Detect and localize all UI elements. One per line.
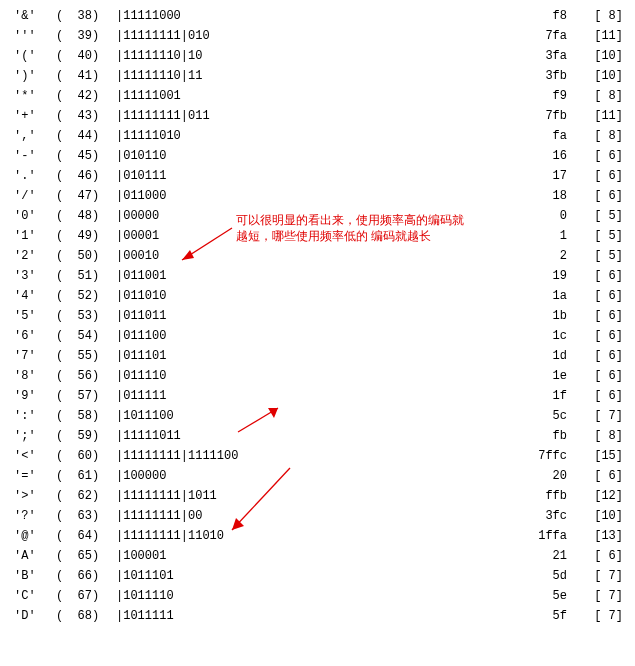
cell-bits: |00010 xyxy=(116,246,507,266)
table-row: '/'( 47)|01100018[ 6] xyxy=(14,186,623,206)
cell-bits: |011001 xyxy=(116,266,507,286)
cell-len: [12] xyxy=(567,486,623,506)
cell-hex: 3fb xyxy=(507,66,567,86)
cell-len: [ 6] xyxy=(567,306,623,326)
table-row: '&'( 38)|11111000f8[ 8] xyxy=(14,6,623,26)
table-row: 'A'( 65)|10000121[ 6] xyxy=(14,546,623,566)
code-table: '&'( 38)|11111000f8[ 8]'''( 39)|11111111… xyxy=(14,0,623,626)
cell-len: [ 5] xyxy=(567,206,623,226)
table-row: '('( 40)|11111110|103fa[10] xyxy=(14,46,623,66)
table-row: '7'( 55)|0111011d[ 6] xyxy=(14,346,623,366)
cell-dec: ( 57) xyxy=(56,386,116,406)
cell-char: '4' xyxy=(14,286,56,306)
cell-dec: ( 67) xyxy=(56,586,116,606)
cell-dec: ( 56) xyxy=(56,366,116,386)
cell-len: [10] xyxy=(567,506,623,526)
cell-len: [15] xyxy=(567,446,623,466)
cell-hex: 2 xyxy=(507,246,567,266)
cell-char: '0' xyxy=(14,206,56,226)
cell-len: [ 6] xyxy=(567,366,623,386)
cell-hex: 5e xyxy=(507,586,567,606)
cell-bits: |11111111|010 xyxy=(116,26,507,46)
cell-char: '5' xyxy=(14,306,56,326)
cell-dec: ( 62) xyxy=(56,486,116,506)
cell-bits: |11111111|1011 xyxy=(116,486,507,506)
page: '&'( 38)|11111000f8[ 8]'''( 39)|11111111… xyxy=(0,0,635,666)
cell-bits: |11111110|10 xyxy=(116,46,507,66)
table-row: '='( 61)|10000020[ 6] xyxy=(14,466,623,486)
cell-hex: 1f xyxy=(507,386,567,406)
cell-dec: ( 65) xyxy=(56,546,116,566)
cell-bits: |11111111|00 xyxy=(116,506,507,526)
cell-len: [ 7] xyxy=(567,606,623,626)
table-row: 'C'( 67)|10111105e[ 7] xyxy=(14,586,623,606)
cell-bits: |1011100 xyxy=(116,406,507,426)
table-row: '5'( 53)|0110111b[ 6] xyxy=(14,306,623,326)
cell-len: [ 6] xyxy=(567,346,623,366)
cell-len: [ 8] xyxy=(567,86,623,106)
cell-char: '/' xyxy=(14,186,56,206)
cell-len: [ 8] xyxy=(567,426,623,446)
cell-bits: |010111 xyxy=(116,166,507,186)
cell-char: '+' xyxy=(14,106,56,126)
cell-char: '@' xyxy=(14,526,56,546)
table-row: '8'( 56)|0111101e[ 6] xyxy=(14,366,623,386)
cell-hex: 7fb xyxy=(507,106,567,126)
cell-hex: f8 xyxy=(507,6,567,26)
cell-dec: ( 50) xyxy=(56,246,116,266)
cell-hex: 20 xyxy=(507,466,567,486)
table-row: '3'( 51)|01100119[ 6] xyxy=(14,266,623,286)
cell-char: '.' xyxy=(14,166,56,186)
cell-dec: ( 53) xyxy=(56,306,116,326)
table-row: '4'( 52)|0110101a[ 6] xyxy=(14,286,623,306)
table-row: ')'( 41)|11111110|113fb[10] xyxy=(14,66,623,86)
cell-hex: 21 xyxy=(507,546,567,566)
cell-len: [11] xyxy=(567,106,623,126)
cell-hex: ffb xyxy=(507,486,567,506)
cell-dec: ( 68) xyxy=(56,606,116,626)
cell-dec: ( 64) xyxy=(56,526,116,546)
cell-hex: 7ffc xyxy=(507,446,567,466)
table-row: '<'( 60)|11111111|11111007ffc[15] xyxy=(14,446,623,466)
cell-bits: |1011110 xyxy=(116,586,507,606)
cell-bits: |11111001 xyxy=(116,86,507,106)
cell-char: ';' xyxy=(14,426,56,446)
cell-dec: ( 45) xyxy=(56,146,116,166)
cell-hex: 18 xyxy=(507,186,567,206)
cell-dec: ( 40) xyxy=(56,46,116,66)
cell-dec: ( 46) xyxy=(56,166,116,186)
table-row: 'D'( 68)|10111115f[ 7] xyxy=(14,606,623,626)
cell-len: [ 7] xyxy=(567,566,623,586)
cell-len: [10] xyxy=(567,46,623,66)
cell-len: [ 6] xyxy=(567,286,623,306)
cell-bits: |1011111 xyxy=(116,606,507,626)
cell-hex: f9 xyxy=(507,86,567,106)
cell-bits: |1011101 xyxy=(116,566,507,586)
cell-dec: ( 51) xyxy=(56,266,116,286)
cell-dec: ( 61) xyxy=(56,466,116,486)
cell-hex: 16 xyxy=(507,146,567,166)
table-row: ':'( 58)|10111005c[ 7] xyxy=(14,406,623,426)
cell-char: '>' xyxy=(14,486,56,506)
cell-hex: 1a xyxy=(507,286,567,306)
table-row: '?'( 63)|11111111|003fc[10] xyxy=(14,506,623,526)
cell-bits: |011111 xyxy=(116,386,507,406)
cell-hex: fa xyxy=(507,126,567,146)
cell-dec: ( 63) xyxy=(56,506,116,526)
cell-len: [ 6] xyxy=(567,546,623,566)
cell-char: '8' xyxy=(14,366,56,386)
cell-hex: 1ffa xyxy=(507,526,567,546)
cell-char: '7' xyxy=(14,346,56,366)
cell-char: ''' xyxy=(14,26,56,46)
cell-len: [ 6] xyxy=(567,386,623,406)
cell-char: '2' xyxy=(14,246,56,266)
cell-char: '?' xyxy=(14,506,56,526)
cell-hex: 1c xyxy=(507,326,567,346)
cell-dec: ( 66) xyxy=(56,566,116,586)
cell-dec: ( 48) xyxy=(56,206,116,226)
cell-len: [ 8] xyxy=(567,6,623,26)
table-row: 'B'( 66)|10111015d[ 7] xyxy=(14,566,623,586)
cell-bits: |010110 xyxy=(116,146,507,166)
cell-char: '-' xyxy=(14,146,56,166)
cell-len: [11] xyxy=(567,26,623,46)
